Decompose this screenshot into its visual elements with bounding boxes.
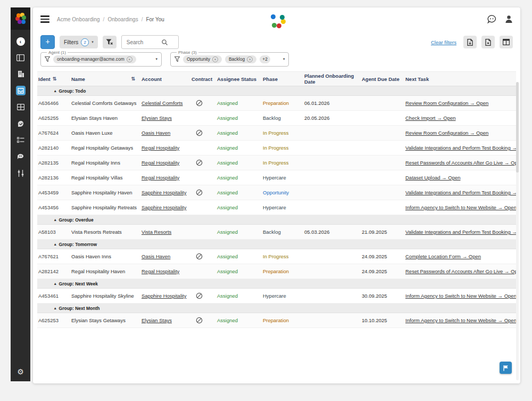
account-link[interactable]: Vista Resorts <box>142 229 171 235</box>
table-scrollbar[interactable] <box>516 82 519 380</box>
sidebar-item-inbox[interactable] <box>16 86 26 95</box>
next-task-link[interactable]: Reset Passwords of Accounts After Go Liv… <box>405 160 516 166</box>
account-link[interactable]: Regal Hospitality <box>142 160 179 166</box>
next-task-link[interactable]: Review Room Configuration → Open <box>405 100 488 106</box>
group-header-row[interactable]: ▴Group: Next Week <box>37 279 516 289</box>
chevron-down-icon[interactable]: ▾ <box>146 57 157 61</box>
filter-chip[interactable]: onboarding-manager@acme.com × <box>53 55 136 63</box>
account-link[interactable]: Sapphire Hospitality <box>142 293 187 299</box>
sidebar-item-tasks[interactable] <box>16 135 26 145</box>
export-report-button[interactable] <box>481 36 495 48</box>
user-menu-button[interactable] <box>505 15 513 23</box>
table-row[interactable]: A282140Regal Hospitality GetawaysRegal H… <box>37 141 516 156</box>
sidebar-collapse-button[interactable]: ‹ <box>16 37 25 46</box>
group-header-row[interactable]: ▴Group: Next Month <box>37 304 516 313</box>
group-header-row[interactable]: ▴Group: Tomorrow <box>37 240 516 249</box>
add-button[interactable]: + <box>40 35 55 49</box>
next-task-link[interactable]: Reset Passwords of Accounts After Go Liv… <box>405 268 516 274</box>
sidebar-item-table[interactable] <box>16 102 26 112</box>
clear-filters-link[interactable]: Clear filters <box>431 39 456 45</box>
table-row[interactable]: A453456Sapphire Hospitality RetreatsSapp… <box>37 200 516 215</box>
account-link[interactable]: Regal Hospitality <box>142 268 179 274</box>
agent-filter[interactable]: Agent (1) onboarding-manager@acme.com × … <box>40 50 162 67</box>
checklist-icon <box>17 137 24 143</box>
table-columns-button[interactable] <box>500 36 513 48</box>
next-task-link[interactable]: Review Room Configuration → Open <box>405 130 488 136</box>
next-task-link[interactable]: Inform Agency to Switch to New Website →… <box>405 204 516 210</box>
next-task-link[interactable]: Validate Integrations and Perform Test B… <box>405 190 516 195</box>
sidebar-item-boards[interactable] <box>16 53 26 62</box>
filter-overflow-chip[interactable]: +2 <box>260 55 270 63</box>
next-task-link[interactable]: Complete Location Form → Open <box>405 253 481 259</box>
account-link[interactable]: Sapphire Hospitality <box>142 204 187 210</box>
table-row[interactable]: A453459Sapphire Hospitality HavenSapphir… <box>37 185 516 200</box>
breadcrumb-item[interactable]: Onboardings <box>107 17 138 22</box>
column-header-next-task[interactable]: Next Task <box>404 76 516 82</box>
sort-icon[interactable]: ⇅ <box>53 76 57 81</box>
table-row[interactable]: A282135Regal Hospitality InnsRegal Hospi… <box>37 156 516 170</box>
table-row[interactable]: A453461Sapphire Hospitality SkylineSapph… <box>37 289 516 304</box>
scrollbar-thumb[interactable] <box>516 82 519 173</box>
group-header-row[interactable]: ▴Group: Overdue <box>37 215 516 225</box>
chip-remove-icon[interactable]: × <box>247 56 253 62</box>
chip-remove-icon[interactable]: × <box>212 56 218 62</box>
cell-ident: A282135 <box>37 160 70 166</box>
group-header-row[interactable]: ▴Group: Todo <box>37 86 516 96</box>
table-row[interactable]: A636466Celestial Comforts GetawaysCelest… <box>37 96 516 111</box>
search-input[interactable] <box>126 39 159 46</box>
chip-remove-icon[interactable]: × <box>127 56 132 62</box>
account-link[interactable]: Celestial Comforts <box>142 100 183 106</box>
chevron-down-icon[interactable]: ▾ <box>273 57 285 61</box>
column-header-ident[interactable]: Ident ⇅ <box>37 76 70 82</box>
sidebar-item-company[interactable] <box>16 69 26 79</box>
account-link[interactable]: Regal Hospitality <box>142 175 179 181</box>
filters-dropdown-button[interactable]: Filters 2 ▾ <box>60 36 98 48</box>
search-box <box>121 35 179 49</box>
sort-icon[interactable]: ⇅ <box>131 76 135 81</box>
cell-phase: In Progress <box>262 145 303 151</box>
account-link[interactable]: Oasis Haven <box>142 253 170 259</box>
table-row[interactable]: A625253Elysian Stays GetawaysElysian Sta… <box>37 313 516 328</box>
column-header-agent-due-date[interactable]: Agent Due Date <box>361 76 404 82</box>
next-task-link[interactable]: Validate Integrations and Perform Test B… <box>405 145 516 151</box>
sidebar-settings-button[interactable]: ⚙ <box>11 367 30 376</box>
quick-action-button[interactable] <box>500 362 512 374</box>
next-task-link[interactable]: Dataset Upload → Open <box>405 175 461 181</box>
next-task-link[interactable]: Inform Agency to Switch to New Website →… <box>405 293 516 299</box>
table-row[interactable]: A767621Oasis Haven InnsOasis HavenAssign… <box>37 249 516 264</box>
breadcrumb-item[interactable]: Acme Onboarding <box>57 17 100 22</box>
account-link[interactable]: Regal Hospitality <box>142 145 179 151</box>
column-header-name[interactable]: Name ⇅ <box>70 76 140 82</box>
column-header-contract[interactable]: Contract <box>190 76 216 82</box>
table-row[interactable]: A58103Vista Resorts RetreatsVista Resort… <box>37 225 516 240</box>
account-link[interactable]: Elysian Stays <box>142 115 172 121</box>
next-task-link[interactable]: Inform Agency to Switch to New Website →… <box>405 317 516 323</box>
clear-filter-button[interactable] <box>103 36 117 48</box>
group-label: Group: Tomorrow <box>59 242 97 247</box>
sidebar-item-preferences[interactable] <box>16 168 26 178</box>
table-row[interactable]: A625255Elysian Stays HavenElysian StaysA… <box>37 111 516 126</box>
cell-assignee-status: Assigned <box>216 145 262 151</box>
table-row[interactable]: A767624Oasis Haven LuxeOasis HavenAssign… <box>37 126 516 141</box>
column-header-assignee-status[interactable]: Assignee Status <box>216 76 262 82</box>
filter-chip[interactable]: Backlog × <box>225 55 256 63</box>
sidebar-item-handover[interactable] <box>16 119 26 128</box>
table-row[interactable]: A282142Regal Hospitality HavenRegal Hosp… <box>37 264 516 279</box>
export-file-button[interactable] <box>463 36 477 48</box>
phase-filter[interactable]: Phase (3) Opportunity × Backlog × +2 ▾ <box>170 50 289 67</box>
menu-button[interactable] <box>40 15 49 22</box>
table-row[interactable]: A282136Regal Hospitality VillasRegal Hos… <box>37 170 516 185</box>
sidebar-item-comments[interactable] <box>16 152 26 161</box>
column-header-planned-date[interactable]: Planned Onboarding Date <box>303 73 361 85</box>
column-header-phase[interactable]: Phase <box>262 76 303 82</box>
filter-chip[interactable]: Opportunity × <box>183 55 222 63</box>
account-link[interactable]: Elysian Stays <box>142 317 172 323</box>
account-link[interactable]: Sapphire Hospitality <box>142 190 187 195</box>
account-link[interactable]: Oasis Haven <box>142 130 170 136</box>
next-task-link[interactable]: Validate Integrations and Perform Test B… <box>405 229 516 235</box>
cell-phase: Backlog <box>262 115 303 121</box>
column-header-account[interactable]: Account <box>140 76 190 82</box>
help-chat-button[interactable] <box>487 15 496 23</box>
next-task-link[interactable]: Check Import → Open <box>405 115 456 121</box>
app-logo[interactable] <box>11 7 30 30</box>
